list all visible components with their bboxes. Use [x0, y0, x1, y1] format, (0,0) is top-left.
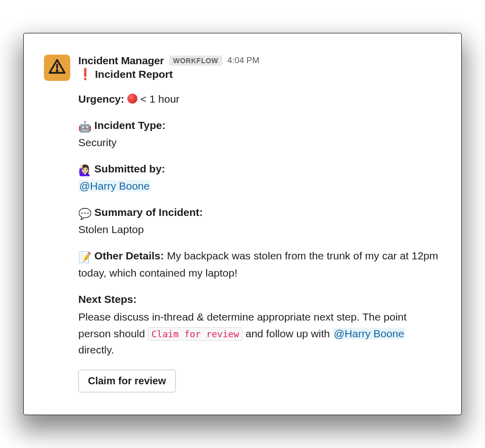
urgency-field: Urgency: < 1 hour — [78, 91, 441, 107]
svg-point-1 — [57, 70, 58, 71]
followup-mention[interactable]: @Harry Boone — [333, 328, 405, 339]
next-steps-body: Please discuss in-thread & determine app… — [78, 309, 441, 359]
summary-field: 💬 Summary of Incident: Stolen Laptop — [78, 204, 441, 238]
timestamp: 4:04 PM — [227, 56, 259, 66]
robot-icon: 🤖 — [78, 119, 91, 135]
message-card: Incident Manager WORKFLOW 4:04 PM ❗ Inci… — [23, 33, 462, 415]
claim-for-review-button[interactable]: Claim for review — [78, 370, 176, 392]
message-title: ❗ Incident Report — [78, 68, 441, 81]
message: Incident Manager WORKFLOW 4:04 PM ❗ Inci… — [44, 55, 441, 392]
other-details-label: Other Details: — [94, 250, 164, 261]
exclamation-icon: ❗ — [78, 68, 92, 81]
memo-icon: 📝 — [78, 249, 91, 265]
next-steps-label: Next Steps: — [78, 293, 137, 305]
urgency-value: < 1 hour — [140, 93, 180, 105]
summary-label: Summary of Incident: — [94, 206, 203, 218]
next-steps-field: Next Steps: Please discuss in-thread & d… — [78, 291, 441, 359]
app-name: Incident Manager — [78, 55, 164, 67]
next-steps-text-3: directly. — [78, 344, 114, 355]
red-circle-icon — [127, 94, 137, 104]
submitted-by-label: Submitted by: — [94, 163, 165, 174]
incident-type-label: Incident Type: — [94, 119, 166, 131]
inline-code: Claim for review — [148, 327, 243, 341]
app-avatar — [44, 55, 70, 81]
speech-bubble-icon: 💬 — [78, 206, 91, 222]
hand-raised-icon: 🙋🏻‍♀️ — [78, 162, 91, 178]
summary-value: Stolen Laptop — [78, 223, 144, 235]
next-steps-text-2: and follow up with — [243, 328, 333, 339]
submitted-by-field: 🙋🏻‍♀️ Submitted by: @Harry Boone — [78, 161, 441, 194]
incident-type-value: Security — [78, 137, 117, 148]
warning-icon — [48, 58, 66, 78]
workflow-badge: WORKFLOW — [169, 56, 223, 66]
other-details-field: 📝 Other Details: My backpack was stolen … — [78, 248, 441, 281]
incident-type-field: 🤖 Incident Type: Security — [78, 117, 441, 151]
message-header: Incident Manager WORKFLOW 4:04 PM — [78, 55, 441, 67]
urgency-label: Urgency: — [78, 93, 124, 105]
submitter-mention[interactable]: @Harry Boone — [78, 180, 151, 192]
message-content: Incident Manager WORKFLOW 4:04 PM ❗ Inci… — [78, 55, 441, 392]
title-text: Incident Report — [95, 68, 173, 80]
